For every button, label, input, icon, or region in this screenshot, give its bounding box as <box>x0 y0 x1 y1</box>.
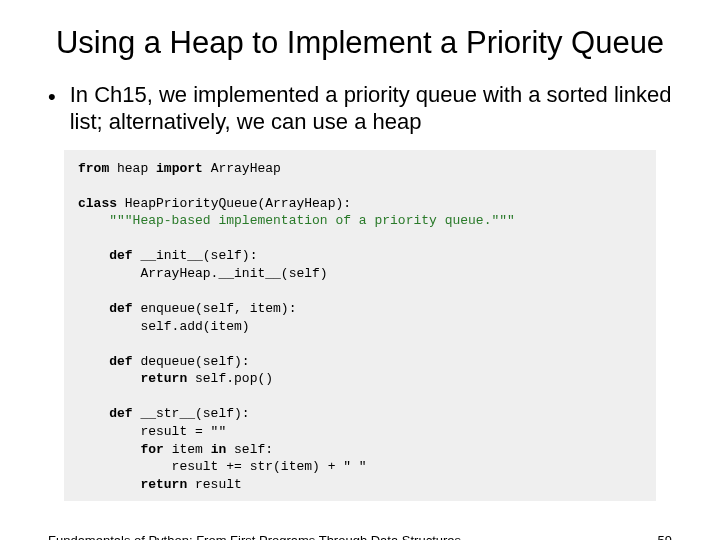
code-text: HeapPriorityQueue(ArrayHeap): <box>117 196 351 211</box>
code-kw: def <box>78 248 133 263</box>
bullet-item: • In Ch15, we implemented a priority que… <box>48 81 672 136</box>
code-kw: for <box>78 442 164 457</box>
code-text: self.add(item) <box>78 319 250 334</box>
code-text: ArrayHeap.__init__(self) <box>78 266 328 281</box>
code-text: dequeue(self): <box>133 354 250 369</box>
code-text: __str__(self): <box>133 406 250 421</box>
code-text: result <box>187 477 242 492</box>
code-kw: def <box>78 354 133 369</box>
code-text: item <box>164 442 211 457</box>
code-kw: in <box>211 442 227 457</box>
code-text: self: <box>226 442 273 457</box>
footer-source: Fundamentals of Python: From First Progr… <box>48 533 461 540</box>
page-number: 59 <box>658 533 672 540</box>
code-text: result = "" <box>78 424 226 439</box>
code-kw: def <box>78 301 133 316</box>
code-kw: from <box>78 161 109 176</box>
bullet-text: In Ch15, we implemented a priority queue… <box>70 81 672 136</box>
code-kw: import <box>156 161 203 176</box>
code-kw: class <box>78 196 117 211</box>
code-block: from heap import ArrayHeap class HeapPri… <box>64 150 656 501</box>
code-kw: return <box>78 477 187 492</box>
code-kw: return <box>78 371 187 386</box>
code-text: self.pop() <box>187 371 273 386</box>
code-text: __init__(self): <box>133 248 258 263</box>
code-text: result += str(item) + " " <box>78 459 367 474</box>
code-docstring: """Heap-based implementation of a priori… <box>78 213 515 228</box>
slide: Using a Heap to Implement a Priority Que… <box>0 24 720 540</box>
code-text: ArrayHeap <box>203 161 281 176</box>
code-text: enqueue(self, item): <box>133 301 297 316</box>
bullet-dot-icon: • <box>48 83 56 111</box>
slide-title: Using a Heap to Implement a Priority Que… <box>40 24 680 63</box>
code-kw: def <box>78 406 133 421</box>
footer: Fundamentals of Python: From First Progr… <box>48 533 672 540</box>
code-text: heap <box>109 161 156 176</box>
